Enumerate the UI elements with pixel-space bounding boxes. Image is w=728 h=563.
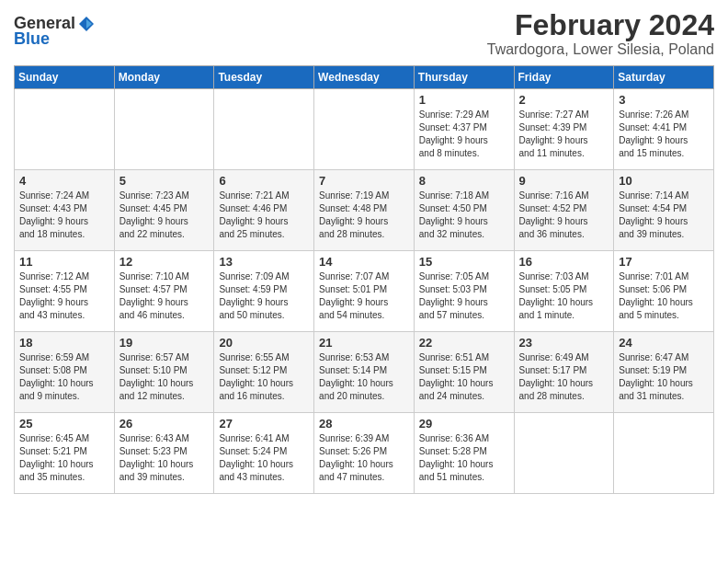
- day-info: Sunrise: 7:26 AM Sunset: 4:41 PM Dayligh…: [619, 109, 709, 160]
- calendar-cell: 10Sunrise: 7:14 AM Sunset: 4:54 PM Dayli…: [614, 170, 714, 251]
- day-number: 18: [19, 336, 109, 350]
- header-friday: Friday: [514, 66, 614, 89]
- calendar-week-4: 18Sunrise: 6:59 AM Sunset: 5:08 PM Dayli…: [15, 332, 714, 413]
- calendar-cell: 13Sunrise: 7:09 AM Sunset: 4:59 PM Dayli…: [214, 251, 314, 332]
- calendar-cell: 8Sunrise: 7:18 AM Sunset: 4:50 PM Daylig…: [414, 170, 514, 251]
- calendar-cell: 11Sunrise: 7:12 AM Sunset: 4:55 PM Dayli…: [15, 251, 115, 332]
- calendar-cell: 9Sunrise: 7:16 AM Sunset: 4:52 PM Daylig…: [514, 170, 614, 251]
- day-info: Sunrise: 7:01 AM Sunset: 5:06 PM Dayligh…: [619, 270, 709, 322]
- day-number: 16: [519, 255, 609, 269]
- day-info: Sunrise: 6:59 AM Sunset: 5:08 PM Dayligh…: [19, 351, 109, 403]
- day-info: Sunrise: 6:51 AM Sunset: 5:15 PM Dayligh…: [419, 351, 509, 403]
- day-number: 7: [319, 174, 409, 188]
- day-number: 8: [419, 174, 509, 188]
- day-number: 29: [419, 417, 509, 431]
- header-row: Sunday Monday Tuesday Wednesday Thursday…: [15, 66, 714, 89]
- calendar-body: 1Sunrise: 7:29 AM Sunset: 4:37 PM Daylig…: [15, 89, 714, 494]
- calendar-cell: 21Sunrise: 6:53 AM Sunset: 5:14 PM Dayli…: [314, 332, 415, 413]
- calendar-cell: [514, 413, 614, 494]
- calendar-cell: 26Sunrise: 6:43 AM Sunset: 5:23 PM Dayli…: [114, 413, 214, 494]
- day-number: 6: [219, 174, 309, 188]
- day-info: Sunrise: 7:09 AM Sunset: 4:59 PM Dayligh…: [219, 270, 309, 322]
- day-info: Sunrise: 7:07 AM Sunset: 5:01 PM Dayligh…: [319, 270, 409, 322]
- header-saturday: Saturday: [614, 66, 714, 89]
- day-info: Sunrise: 6:45 AM Sunset: 5:21 PM Dayligh…: [19, 432, 109, 484]
- calendar-cell: [114, 89, 214, 170]
- day-number: 9: [519, 174, 609, 188]
- day-info: Sunrise: 7:14 AM Sunset: 4:54 PM Dayligh…: [619, 190, 709, 241]
- calendar-cell: 16Sunrise: 7:03 AM Sunset: 5:05 PM Dayli…: [514, 251, 614, 332]
- calendar-cell: 2Sunrise: 7:27 AM Sunset: 4:39 PM Daylig…: [514, 89, 614, 170]
- day-number: 19: [119, 336, 210, 350]
- day-info: Sunrise: 6:47 AM Sunset: 5:19 PM Dayligh…: [619, 351, 709, 403]
- logo: General Blue: [14, 9, 96, 49]
- day-number: 27: [219, 417, 309, 431]
- day-info: Sunrise: 6:39 AM Sunset: 5:26 PM Dayligh…: [319, 432, 409, 484]
- calendar-header: Sunday Monday Tuesday Wednesday Thursday…: [15, 66, 714, 89]
- calendar-cell: 5Sunrise: 7:23 AM Sunset: 4:45 PM Daylig…: [114, 170, 214, 251]
- calendar-cell: 3Sunrise: 7:26 AM Sunset: 4:41 PM Daylig…: [614, 89, 714, 170]
- day-info: Sunrise: 7:16 AM Sunset: 4:52 PM Dayligh…: [519, 190, 609, 241]
- day-info: Sunrise: 6:49 AM Sunset: 5:17 PM Dayligh…: [519, 351, 609, 403]
- day-info: Sunrise: 7:12 AM Sunset: 4:55 PM Dayligh…: [19, 270, 109, 322]
- calendar-cell: [614, 413, 714, 494]
- calendar-cell: 1Sunrise: 7:29 AM Sunset: 4:37 PM Daylig…: [414, 89, 514, 170]
- header-thursday: Thursday: [414, 66, 514, 89]
- logo-icon: [77, 15, 96, 33]
- day-number: 1: [419, 93, 509, 107]
- day-number: 26: [119, 417, 210, 431]
- day-info: Sunrise: 6:55 AM Sunset: 5:12 PM Dayligh…: [219, 351, 309, 403]
- day-info: Sunrise: 7:27 AM Sunset: 4:39 PM Dayligh…: [519, 109, 609, 160]
- calendar-cell: 7Sunrise: 7:19 AM Sunset: 4:48 PM Daylig…: [314, 170, 415, 251]
- day-info: Sunrise: 7:29 AM Sunset: 4:37 PM Dayligh…: [419, 109, 509, 160]
- day-info: Sunrise: 7:23 AM Sunset: 4:45 PM Dayligh…: [119, 190, 210, 241]
- day-number: 24: [619, 336, 709, 350]
- day-info: Sunrise: 6:57 AM Sunset: 5:10 PM Dayligh…: [119, 351, 210, 403]
- calendar-cell: 23Sunrise: 6:49 AM Sunset: 5:17 PM Dayli…: [514, 332, 614, 413]
- day-number: 17: [619, 255, 709, 269]
- day-number: 21: [319, 336, 409, 350]
- sub-title: Twardogora, Lower Silesia, Poland: [487, 41, 714, 58]
- day-info: Sunrise: 7:05 AM Sunset: 5:03 PM Dayligh…: [419, 270, 509, 322]
- day-info: Sunrise: 6:53 AM Sunset: 5:14 PM Dayligh…: [319, 351, 409, 403]
- day-info: Sunrise: 7:10 AM Sunset: 4:57 PM Dayligh…: [119, 270, 210, 322]
- calendar-cell: 19Sunrise: 6:57 AM Sunset: 5:10 PM Dayli…: [114, 332, 214, 413]
- calendar-cell: 24Sunrise: 6:47 AM Sunset: 5:19 PM Dayli…: [614, 332, 714, 413]
- day-info: Sunrise: 6:43 AM Sunset: 5:23 PM Dayligh…: [119, 432, 210, 484]
- calendar-table: Sunday Monday Tuesday Wednesday Thursday…: [14, 65, 714, 494]
- day-number: 23: [519, 336, 609, 350]
- calendar-cell: 27Sunrise: 6:41 AM Sunset: 5:24 PM Dayli…: [214, 413, 314, 494]
- day-info: Sunrise: 7:03 AM Sunset: 5:05 PM Dayligh…: [519, 270, 609, 322]
- calendar-cell: [314, 89, 415, 170]
- day-number: 3: [619, 93, 709, 107]
- calendar-cell: 15Sunrise: 7:05 AM Sunset: 5:03 PM Dayli…: [414, 251, 514, 332]
- day-info: Sunrise: 7:24 AM Sunset: 4:43 PM Dayligh…: [19, 190, 109, 241]
- day-info: Sunrise: 7:21 AM Sunset: 4:46 PM Dayligh…: [219, 190, 309, 241]
- main-title: February 2024: [487, 9, 714, 41]
- calendar-cell: 4Sunrise: 7:24 AM Sunset: 4:43 PM Daylig…: [15, 170, 115, 251]
- day-info: Sunrise: 7:18 AM Sunset: 4:50 PM Dayligh…: [419, 190, 509, 241]
- calendar-cell: 6Sunrise: 7:21 AM Sunset: 4:46 PM Daylig…: [214, 170, 314, 251]
- day-number: 14: [319, 255, 409, 269]
- day-number: 12: [119, 255, 210, 269]
- calendar-cell: 28Sunrise: 6:39 AM Sunset: 5:26 PM Dayli…: [314, 413, 415, 494]
- day-info: Sunrise: 6:36 AM Sunset: 5:28 PM Dayligh…: [419, 432, 509, 484]
- day-number: 13: [219, 255, 309, 269]
- day-number: 20: [219, 336, 309, 350]
- calendar-cell: 29Sunrise: 6:36 AM Sunset: 5:28 PM Dayli…: [414, 413, 514, 494]
- calendar-cell: 17Sunrise: 7:01 AM Sunset: 5:06 PM Dayli…: [614, 251, 714, 332]
- calendar-week-1: 1Sunrise: 7:29 AM Sunset: 4:37 PM Daylig…: [15, 89, 714, 170]
- calendar-week-5: 25Sunrise: 6:45 AM Sunset: 5:21 PM Dayli…: [15, 413, 714, 494]
- header-monday: Monday: [114, 66, 214, 89]
- calendar-cell: 22Sunrise: 6:51 AM Sunset: 5:15 PM Dayli…: [414, 332, 514, 413]
- day-number: 5: [119, 174, 210, 188]
- title-block: February 2024 Twardogora, Lower Silesia,…: [487, 9, 714, 58]
- header-wednesday: Wednesday: [314, 66, 415, 89]
- day-number: 15: [419, 255, 509, 269]
- day-number: 25: [19, 417, 109, 431]
- calendar-week-3: 11Sunrise: 7:12 AM Sunset: 4:55 PM Dayli…: [15, 251, 714, 332]
- calendar-cell: 25Sunrise: 6:45 AM Sunset: 5:21 PM Dayli…: [15, 413, 115, 494]
- calendar-cell: 12Sunrise: 7:10 AM Sunset: 4:57 PM Dayli…: [114, 251, 214, 332]
- day-info: Sunrise: 6:41 AM Sunset: 5:24 PM Dayligh…: [219, 432, 309, 484]
- calendar-cell: [15, 89, 115, 170]
